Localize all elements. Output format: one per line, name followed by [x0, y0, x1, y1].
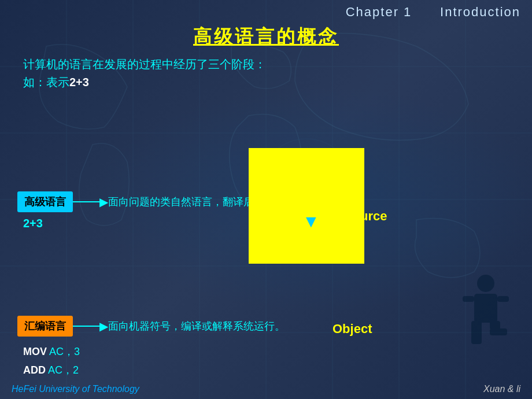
footer-author: Xuan & li [483, 384, 520, 394]
high-level-section: 高级语言 ▶ 面向问题的类自然语言，翻译后运行。 2+3 [17, 191, 285, 230]
source-to-object-arrow: ▼ [302, 212, 320, 231]
footer: HeFei University of Technology Xuan & li [0, 384, 532, 394]
section-label: Introduction [440, 5, 520, 19]
high-level-arrow: ▶ [73, 195, 108, 209]
high-level-box: 高级语言 [17, 191, 73, 212]
intro-line2-bold: 2+3 [69, 76, 89, 88]
intro-line2-prefix: 如：表示 [23, 76, 69, 88]
main-title: 高级语言的概念 [0, 24, 532, 50]
asm-section: 汇编语言 ▶ 面向机器符号，编译或解释系统运行。 MOV AC，3 ADD AC… [17, 316, 285, 380]
asm-desc: 面向机器符号，编译或解释系统运行。 [108, 319, 285, 333]
asm-box: 汇编语言 [17, 316, 73, 337]
footer-university: HeFei University of Technology [12, 384, 139, 394]
intro-line1: 计算机的语言在发展的过程中经历了三个阶段： [23, 57, 532, 72]
high-level-code: 2+3 [23, 217, 285, 230]
asm-code-line1-keyword: MOV [23, 346, 47, 357]
intro-line2: 如：表示2+3 [23, 75, 532, 90]
asm-code: MOV AC，3 ADD AC，2 [23, 342, 285, 380]
high-level-row: 高级语言 ▶ 面向问题的类自然语言，翻译后运行。 [17, 191, 285, 212]
asm-code-line1: MOV AC，3 [23, 342, 285, 361]
asm-arrow: ▶ [73, 319, 108, 333]
asm-code-line2-rest: AC，2 [46, 364, 79, 376]
asm-code-line2-keyword: ADD [23, 364, 46, 376]
high-level-code-value: 2+3 [23, 217, 43, 230]
asm-code-line1-rest: AC，3 [47, 346, 80, 357]
asm-row: 汇编语言 ▶ 面向机器符号，编译或解释系统运行。 [17, 316, 285, 337]
object-label: Object [332, 322, 372, 337]
chapter-label: Chapter 1 [346, 5, 412, 19]
header: Chapter 1 Introduction [0, 0, 532, 20]
source-label: Source [344, 209, 387, 224]
source-object-box [249, 148, 364, 264]
main-content: Chapter 1 Introduction 高级语言的概念 计算机的语言在发展… [0, 0, 532, 399]
asm-code-line2: ADD AC，2 [23, 361, 285, 379]
